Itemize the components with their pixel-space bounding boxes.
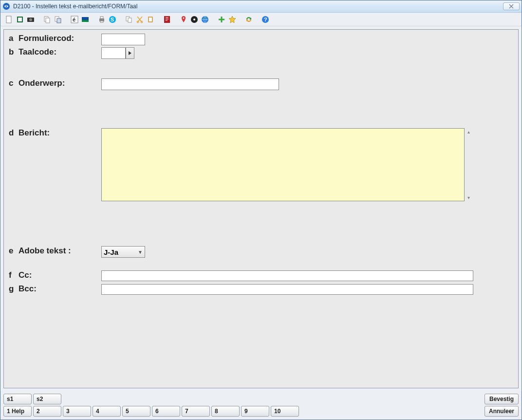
copy-icon[interactable] (43, 16, 51, 23)
window-title: D2100 - Instellen tekst e-mailbericht/FO… (13, 3, 500, 10)
row-letter-e: e (9, 246, 19, 256)
row-letter-c: c (9, 78, 19, 88)
camera-icon[interactable] (27, 16, 35, 23)
svg-rect-17 (100, 21, 103, 22)
svg-text:é: é (73, 17, 75, 22)
f5-button[interactable]: 5 (122, 406, 150, 417)
help-icon[interactable]: ? (261, 16, 269, 23)
pin-icon[interactable] (180, 16, 187, 23)
f9-button[interactable]: 9 (241, 406, 269, 417)
svg-point-6 (29, 18, 32, 21)
copy2-icon[interactable] (125, 16, 133, 23)
label-taalcode: Taalcode: (19, 47, 101, 57)
disc-icon[interactable] (190, 16, 198, 23)
svg-point-27 (183, 17, 185, 19)
label-onderwerp: Onderwerp: (19, 78, 101, 88)
svg-rect-16 (100, 17, 103, 19)
svg-rect-26 (164, 16, 170, 23)
label-bcc: Bcc: (19, 284, 101, 294)
label-cc: Cc: (19, 270, 101, 280)
plus-icon[interactable] (218, 16, 225, 23)
onderwerp-input[interactable] (101, 78, 279, 90)
close-button[interactable] (503, 2, 520, 10)
pdf-icon[interactable] (163, 16, 171, 23)
scroll-up-icon[interactable]: ▴ (467, 129, 470, 134)
f7-button[interactable]: 7 (182, 406, 210, 417)
label-formuliercod: Formuliercod: (19, 34, 101, 43)
refresh-icon[interactable] (245, 16, 253, 23)
scroll-down-icon[interactable]: ▾ (467, 195, 470, 200)
svg-rect-8 (46, 18, 50, 23)
confirm-button[interactable]: Bevestig (485, 394, 519, 404)
bcc-input[interactable] (101, 284, 473, 295)
bottom-bar: s1 s2 Bevestig 1 Help 2 3 4 5 6 7 8 9 10… (0, 391, 522, 420)
f8-button[interactable]: 8 (211, 406, 240, 417)
s2-button[interactable]: s2 (33, 394, 61, 404)
form-panel: a Formuliercod: b Taalcode: c Onderwe (3, 29, 519, 388)
print-icon[interactable] (98, 16, 106, 23)
globe-icon[interactable] (201, 16, 209, 23)
chevron-down-icon: ▼ (138, 249, 143, 255)
s1-button[interactable]: s1 (3, 394, 32, 404)
row-letter-g: g (9, 284, 19, 294)
label-adobe-tekst: Adobe tekst : (19, 246, 101, 256)
row-letter-f: f (9, 270, 19, 280)
f6-button[interactable]: 6 (152, 406, 180, 417)
svg-point-1 (6, 6, 7, 7)
taalcode-lookup-button[interactable] (126, 47, 134, 59)
svg-rect-10 (57, 19, 61, 23)
adobe-tekst-select[interactable]: J-Ja ▼ (101, 246, 145, 258)
row-letter-a: a (9, 34, 19, 43)
card-icon[interactable] (81, 16, 89, 23)
formuliercod-input[interactable] (101, 34, 145, 45)
svg-rect-14 (82, 20, 89, 22)
textarea-scrollbar[interactable]: ▴ ▾ (465, 128, 472, 201)
app-window: D2100 - Instellen tekst e-mailbericht/FO… (0, 0, 522, 420)
row-letter-b: b (9, 47, 19, 57)
f1-help-button[interactable]: 1 Help (3, 406, 32, 417)
titlebar: D2100 - Instellen tekst e-mailbericht/FO… (0, 0, 522, 13)
svg-rect-25 (149, 18, 152, 21)
adobe-tekst-selected: J-Ja (104, 248, 118, 256)
skype-icon[interactable]: S (109, 16, 116, 23)
bericht-textarea[interactable] (101, 128, 465, 201)
svg-rect-21 (128, 18, 131, 22)
cc-input[interactable] (101, 270, 473, 281)
cut-icon[interactable] (136, 16, 144, 23)
taalcode-input[interactable] (101, 47, 126, 59)
cancel-button[interactable]: Annuleer (485, 406, 519, 417)
book-icon[interactable] (16, 16, 24, 23)
toolbar: é S ? (0, 13, 522, 26)
label-bericht: Bericht: (19, 128, 101, 138)
app-icon (2, 2, 10, 10)
new-icon[interactable] (5, 16, 13, 23)
star-icon[interactable] (228, 16, 236, 23)
f2-button[interactable]: 2 (33, 406, 61, 417)
svg-rect-4 (18, 18, 22, 21)
content-area: a Formuliercod: b Taalcode: c Onderwe (0, 26, 522, 391)
f10-button[interactable]: 10 (271, 406, 299, 417)
row-letter-d: d (9, 128, 19, 138)
clipboard-icon[interactable] (147, 16, 154, 23)
svg-text:S: S (111, 17, 114, 22)
f3-button[interactable]: 3 (63, 406, 91, 417)
paste-special-icon[interactable] (54, 16, 62, 23)
accent-icon[interactable]: é (71, 16, 78, 23)
svg-text:?: ? (264, 17, 267, 22)
f4-button[interactable]: 4 (93, 406, 121, 417)
svg-point-29 (193, 19, 195, 20)
